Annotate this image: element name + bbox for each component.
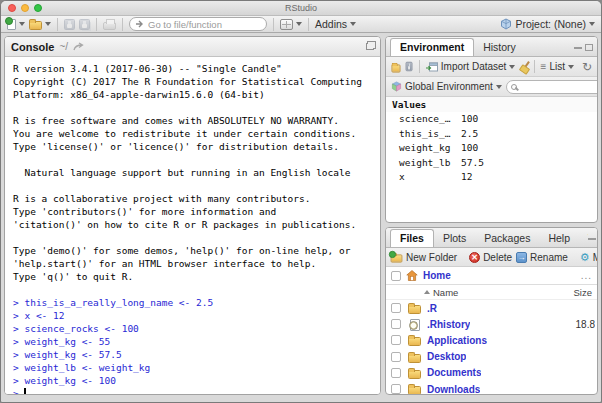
console-header: Console ~/ (5, 37, 380, 57)
select-all-checkbox[interactable] (391, 271, 401, 281)
tab-viewer[interactable]: Viewer (579, 230, 588, 247)
new-folder-button[interactable]: New Folder (390, 251, 457, 263)
console-input-line: > weight_kg <- 55 (13, 335, 380, 348)
popout-icon[interactable] (73, 42, 85, 52)
sort-by-name-header[interactable]: Name (424, 287, 458, 298)
list-view-button[interactable]: ≡ List (541, 61, 574, 72)
console-input-line: > weight_kg <- 57.5 (13, 348, 380, 361)
files-breadcrumb: Home ... (386, 267, 597, 285)
clear-objects-broom-icon[interactable] (519, 61, 527, 73)
environment-tabbar: Environment History (386, 37, 597, 57)
maximize-panel-icon[interactable] (366, 43, 374, 50)
tab-help[interactable]: Help (539, 230, 579, 247)
save-workspace-icon[interactable] (405, 62, 412, 71)
more-button[interactable]: ⚙ More (580, 252, 597, 263)
file-checkbox[interactable] (391, 335, 401, 345)
environment-row[interactable]: weight_lb 57.5 (386, 156, 597, 171)
toolbar-separator (122, 18, 123, 31)
console-prompt-line[interactable]: > (13, 387, 380, 394)
file-row[interactable]: Applications (386, 332, 597, 348)
file-checkbox[interactable] (391, 303, 401, 313)
rename-button[interactable]: → Rename (516, 252, 568, 263)
new-folder-icon (391, 254, 403, 262)
environment-scope-button[interactable]: Global Environment (391, 81, 502, 92)
import-dataset-button[interactable]: Import Dataset (426, 61, 516, 72)
file-checkbox[interactable] (391, 352, 401, 362)
console-title: Console (11, 41, 54, 53)
console-line (13, 231, 380, 244)
file-checkbox[interactable] (391, 319, 401, 329)
console-input-line: > x <- 12 (13, 309, 380, 322)
search-icon (511, 84, 517, 90)
console-input-line: > weight_kg <- 100 (13, 374, 380, 387)
workspace-panes-button[interactable] (280, 19, 302, 30)
console-line (13, 101, 380, 114)
rename-label: Rename (530, 252, 568, 263)
tab-packages[interactable]: Packages (475, 230, 539, 247)
console-line: Type 'license()' or 'licence()' for dist… (13, 140, 380, 153)
tab-environment[interactable]: Environment (390, 38, 474, 57)
window-title: RStudio (1, 3, 601, 13)
environment-values: Values science_… 100 this_is_… 2.5 weigh… (386, 97, 597, 222)
console-input-line: > this_is_a_really_long_name <- 2.5 (13, 296, 380, 309)
file-row[interactable]: Downloads (386, 381, 597, 394)
print-button[interactable] (103, 22, 116, 30)
toolbar-separator (308, 18, 309, 31)
console-line: Type 'demo()' for some demos, 'help()' f… (13, 244, 380, 257)
chevron-down-icon (568, 65, 574, 69)
minimize-pane-icon[interactable] (574, 47, 582, 49)
file-row[interactable]: .Rhistory 18.8 (386, 316, 597, 332)
load-workspace-icon[interactable] (391, 64, 400, 72)
console-line: Natural language support but running in … (13, 166, 380, 179)
chevron-down-icon (296, 22, 302, 26)
console-line: R is free software and comes with ABSOLU… (13, 114, 380, 127)
files-list: .R .Rhistory 18.8 Applications (386, 300, 597, 394)
save-button[interactable] (64, 19, 75, 30)
file-row[interactable]: .R (386, 300, 597, 316)
project-menu-button[interactable]: Project: (None) (500, 18, 595, 30)
addins-button[interactable]: Addins (315, 18, 356, 30)
list-label: List (549, 61, 565, 72)
right-column: Environment History (385, 36, 598, 395)
size-column-header[interactable]: Size (574, 287, 592, 298)
tab-history[interactable]: History (474, 39, 525, 56)
new-file-icon (7, 19, 16, 30)
console-output[interactable]: R version 3.4.1 (2017-06-30) -- "Single … (5, 57, 380, 394)
save-all-button[interactable] (79, 19, 90, 30)
file-row[interactable]: Documents (386, 365, 597, 381)
console-line: Type 'q()' to quit R. (13, 270, 380, 283)
addins-label: Addins (315, 18, 347, 30)
delete-button[interactable]: ✕ Delete (469, 252, 512, 263)
sort-ascending-icon (424, 290, 430, 294)
tab-files[interactable]: Files (390, 229, 434, 248)
environment-search-input[interactable] (506, 80, 597, 94)
folder-icon (408, 337, 421, 346)
values-section-header: Values (386, 97, 597, 112)
breadcrumb-home-link[interactable]: Home (423, 270, 451, 281)
project-cube-icon (500, 18, 512, 30)
environment-row[interactable]: this_is_… 2.5 (386, 127, 597, 142)
tab-plots[interactable]: Plots (434, 230, 475, 247)
goto-file-input[interactable] (129, 17, 267, 31)
refresh-icon[interactable]: ↻ (582, 60, 592, 74)
import-dataset-icon (426, 62, 438, 72)
rename-icon: → (516, 252, 527, 263)
console-line: R is a collaborative project with many c… (13, 192, 380, 205)
minimize-pane-icon[interactable] (588, 238, 596, 240)
open-file-button[interactable] (29, 18, 51, 30)
chevron-down-icon (589, 22, 595, 26)
new-file-button[interactable] (7, 19, 25, 30)
console-line: 'help.start()' for an HTML browser inter… (13, 257, 380, 270)
folder-icon (408, 354, 421, 363)
environment-row[interactable]: x 12 (386, 170, 597, 185)
file-row[interactable]: Desktop (386, 349, 597, 365)
breadcrumb-more-button[interactable]: ... (581, 270, 592, 281)
files-tabbar: Files Plots Packages Help Viewer (386, 228, 597, 248)
file-checkbox[interactable] (391, 384, 401, 394)
file-checkbox[interactable] (391, 368, 401, 378)
maximize-pane-icon[interactable] (585, 44, 593, 51)
console-line: R version 3.4.1 (2017-06-30) -- "Single … (13, 62, 380, 75)
environment-row[interactable]: weight_kg 100 (386, 141, 597, 156)
environment-row[interactable]: science_… 100 (386, 112, 597, 127)
goto-arrow-icon (135, 19, 145, 29)
